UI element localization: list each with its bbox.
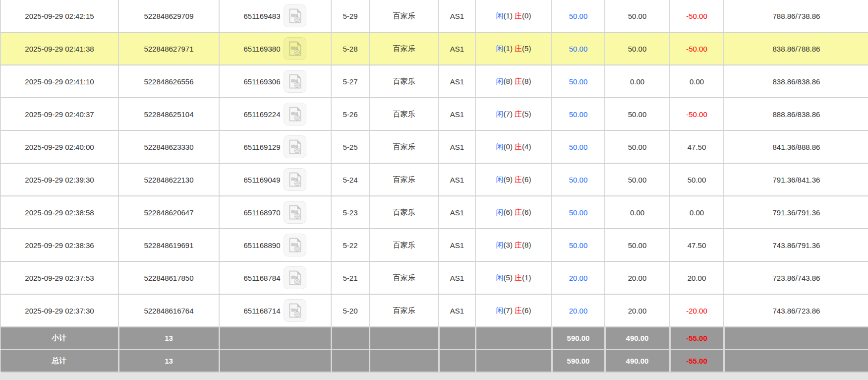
round-id-cell: 651169049 (219, 163, 331, 196)
round-id-value: 651168890 (244, 241, 281, 250)
bet-id-cell: 522848625104 (118, 98, 219, 130)
video-playback-button[interactable] (284, 201, 306, 224)
video-file-icon (287, 236, 303, 254)
game-table-cell: AS1 (439, 196, 475, 229)
bet-amount-cell: 50.00 (552, 65, 605, 98)
video-playback-button[interactable] (284, 299, 306, 322)
round-id-cell: 651168970 (219, 196, 331, 229)
records-tbody: 2025-09-29 02:42:15 522848629709 6511694… (0, 0, 868, 327)
bet-amount-link[interactable]: 20.00 (569, 307, 588, 315)
video-file-icon (287, 138, 303, 156)
bet-amount-link[interactable]: 50.00 (569, 143, 588, 151)
bet-amount-link[interactable]: 50.00 (569, 208, 588, 217)
bet-time-cell: 2025-09-29 02:39:30 (0, 163, 118, 196)
summary-tbody: 小计 13 590.00 490.00 -55.00 总计 13 590.00 … (0, 327, 868, 373)
video-playback-button[interactable] (284, 168, 306, 191)
summary-empty-cell (475, 350, 552, 373)
bet-amount-link[interactable]: 50.00 (569, 176, 588, 184)
round-number-cell: 5-23 (331, 196, 369, 229)
game-table-cell: AS1 (439, 163, 475, 196)
video-playback-button[interactable] (284, 135, 306, 158)
bet-amount-link[interactable]: 20.00 (569, 274, 588, 282)
player-points: (1) (504, 44, 513, 53)
winloss-value: 47.50 (688, 241, 706, 250)
bet-amount-link[interactable]: 50.00 (569, 241, 588, 250)
table-row: 2025-09-29 02:38:36 522848619691 6511688… (0, 229, 868, 261)
summary-empty-cell (724, 350, 868, 373)
round-id-value: 651169129 (244, 143, 281, 151)
summary-row: 总计 13 590.00 490.00 -55.00 (0, 350, 868, 373)
bet-amount-link[interactable]: 50.00 (569, 12, 588, 20)
bet-amount-link[interactable]: 50.00 (569, 45, 588, 53)
valid-amount-cell: 20.00 (605, 261, 670, 294)
game-type-cell: 百家乐 (369, 229, 439, 261)
game-table-cell: AS1 (439, 229, 475, 261)
round-number-cell: 5-26 (331, 98, 369, 130)
bet-time-cell: 2025-09-29 02:41:10 (0, 65, 118, 98)
summary-bet-total-cell: 590.00 (552, 350, 605, 373)
summary-empty-cell (369, 327, 439, 350)
bet-amount-cell: 50.00 (552, 130, 605, 163)
player-label: 闲 (496, 273, 504, 282)
summary-empty-cell (219, 327, 331, 350)
player-points: (7) (504, 110, 513, 118)
banker-points: (5) (522, 44, 531, 53)
banker-label: 庄 (515, 142, 522, 151)
banker-points: (5) (522, 110, 531, 118)
round-id-cell: 651169380 (219, 32, 331, 65)
balance-cell: 841.36/888.86 (724, 130, 868, 163)
player-label: 闲 (496, 142, 504, 151)
round-id-cell: 651168890 (219, 229, 331, 261)
game-table-cell: AS1 (439, 32, 475, 65)
player-label: 闲 (496, 175, 504, 184)
round-id-cell: 651168784 (219, 261, 331, 294)
banker-label: 庄 (515, 110, 522, 118)
banker-points: (6) (522, 175, 531, 184)
video-playback-button[interactable] (284, 4, 306, 27)
round-id-cell: 651169483 (219, 0, 331, 32)
video-playback-button[interactable] (284, 103, 306, 126)
table-row: 2025-09-29 02:40:00 522848623330 6511691… (0, 130, 868, 163)
bet-amount-cell: 20.00 (552, 261, 605, 294)
balance-cell: 791.36/791.36 (724, 196, 868, 229)
player-label: 闲 (496, 44, 504, 53)
winloss-value: 50.00 (688, 176, 706, 184)
balance-cell: 723.86/743.86 (724, 261, 868, 294)
balance-cell: 743.86/723.86 (724, 294, 868, 327)
bet-id-cell: 522848617850 (118, 261, 219, 294)
table-row: 2025-09-29 02:37:30 522848616764 6511687… (0, 294, 868, 327)
video-playback-button[interactable] (284, 234, 306, 256)
round-id-value: 651168714 (244, 307, 281, 315)
valid-amount-cell: 20.00 (605, 294, 670, 327)
video-playback-button[interactable] (284, 70, 306, 93)
banker-points: (6) (522, 208, 531, 216)
winloss-cell: -20.00 (670, 294, 724, 327)
summary-empty-cell (331, 350, 369, 373)
video-file-icon (287, 40, 303, 58)
summary-empty-cell (369, 350, 439, 373)
bet-id-cell: 522848616764 (118, 294, 219, 327)
round-number-cell: 5-21 (331, 261, 369, 294)
winloss-value: -50.00 (686, 110, 707, 119)
player-points: (9) (504, 175, 513, 184)
game-type-cell: 百家乐 (369, 32, 439, 65)
bet-time-cell: 2025-09-29 02:37:30 (0, 294, 118, 327)
video-file-icon (287, 269, 303, 287)
bet-amount-link[interactable]: 50.00 (569, 77, 588, 86)
banker-label: 庄 (515, 175, 522, 184)
result-cell: 闲(1) 庄(0) (475, 0, 552, 32)
winloss-value: -20.00 (686, 307, 707, 315)
table-row: 2025-09-29 02:39:30 522848622130 6511690… (0, 163, 868, 196)
result-cell: 闲(8) 庄(8) (475, 65, 552, 98)
round-id-value: 651168970 (244, 208, 281, 217)
summary-label-cell: 总计 (0, 350, 118, 373)
round-id-value: 651169224 (244, 110, 281, 119)
bet-amount-link[interactable]: 50.00 (569, 110, 588, 119)
game-table-cell: AS1 (439, 294, 475, 327)
video-playback-button[interactable] (284, 37, 306, 60)
result-cell: 闲(7) 庄(6) (475, 294, 552, 327)
summary-bet-total-cell: 590.00 (552, 327, 605, 350)
game-table-cell: AS1 (439, 130, 475, 163)
video-playback-button[interactable] (284, 266, 306, 289)
summary-count-cell: 13 (118, 350, 219, 373)
